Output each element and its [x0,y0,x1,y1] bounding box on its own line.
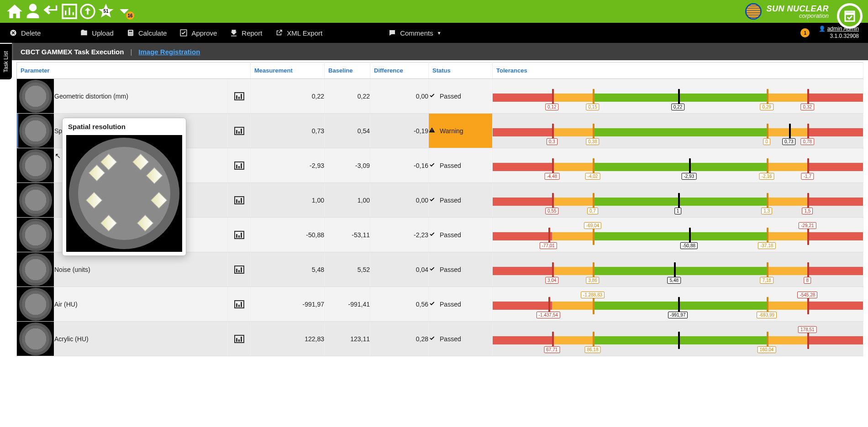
status-cell: Passed [429,79,493,114]
meas-cell: -50,88 [251,218,325,252]
chart-button[interactable] [228,114,251,148]
meas-cell: 1,00 [251,183,325,218]
delete-button[interactable]: Delete [9,29,41,37]
diff-cell: 0,00 [370,183,429,218]
xml-export-button[interactable]: XML Export [275,29,322,37]
row-thumbnail[interactable] [17,183,54,218]
version-label: 3.1.0.32908 [819,33,859,40]
base-cell: -53,11 [325,218,370,252]
task-list-tab[interactable]: Task List [0,44,12,79]
status-text: Passed [440,231,461,239]
meas-cell: 0,73 [251,114,325,148]
stats-icon[interactable] [60,2,79,21]
bar-chart-icon[interactable] [234,266,244,274]
bar-chart-icon[interactable] [234,127,244,135]
xml-label: XML Export [287,29,322,37]
row-thumbnail[interactable] [17,287,54,322]
approve-button[interactable]: Approve [179,29,217,37]
user-icon-small: 👤 [819,26,826,32]
row-thumbnail[interactable] [17,322,54,356]
comments-label: Comments [400,29,433,37]
table-row: Acrylic (HU)122,83123,110,28Passed67,718… [17,322,863,356]
tolerance-cell: -77,01-69,04-50,88-37,18-29,21 [493,218,863,252]
row-thumbnail[interactable] [17,252,54,287]
chevron-count-badge: 16 [126,11,134,20]
svg-point-5 [130,33,131,34]
base-cell: -991,41 [325,287,370,322]
tolerance-bar: -4,48-4,02-2,93-2,16-1,7 [493,155,863,177]
bar-chart-icon[interactable] [234,231,244,239]
approve-label: Approve [191,29,217,37]
svg-point-6 [132,33,132,34]
row-thumbnail[interactable] [17,79,54,114]
check-icon [429,300,435,308]
chart-button[interactable] [228,79,251,114]
expand-chevron-icon[interactable]: 16 [115,2,133,21]
bar-chart-icon[interactable] [234,196,244,204]
bar-chart-icon[interactable] [234,300,244,308]
table-row: Air (HU)-991,97-991,410,56Passed-1.437,5… [17,287,863,322]
col-parameter[interactable]: Parameter [17,62,251,79]
tolerance-cell: 3,043,865,487,188 [493,252,863,287]
svg-rect-12 [431,131,432,132]
diff-cell: -2,23 [370,218,429,252]
chart-button[interactable] [228,252,251,287]
upload-button[interactable]: Upload [80,29,114,37]
chart-button[interactable] [228,183,251,218]
base-cell: 123,11 [325,322,370,356]
title-bar: CBCT GAMMEX Task Execution | Image Regis… [12,43,868,60]
bar-chart-icon[interactable] [234,335,244,343]
status-cell: Passed [429,183,493,218]
col-baseline[interactable]: Baseline [325,62,370,79]
bar-chart-icon[interactable] [234,92,244,100]
status-cell: Warning [429,114,493,148]
calculate-label: Calculate [138,29,167,37]
favorites-star-icon[interactable]: 51 [97,2,115,21]
home-icon[interactable] [5,2,24,21]
status-text: Warning [440,127,463,135]
base-cell: 1,00 [325,183,370,218]
col-tolerances[interactable]: Tolerances [493,62,863,79]
base-cell: 0,22 [325,79,370,114]
col-status[interactable]: Status [429,62,493,79]
param-cell: Air (HU) [54,287,228,322]
status-text: Passed [440,162,461,169]
svg-point-8 [130,34,131,35]
action-bar: Delete Upload Calculate Approve Report X… [0,23,868,43]
notification-badge[interactable]: 1 [800,28,810,37]
comments-button[interactable]: Comments ▼ [388,29,441,37]
check-icon [429,92,435,100]
chart-button[interactable] [228,148,251,183]
tolerance-bar: 0,120,150,220,290,32 [493,85,863,107]
bar-chart-icon[interactable] [234,161,244,170]
check-icon [429,196,435,204]
back-arrow-icon[interactable] [42,2,60,21]
diff-cell: -0,19 [370,114,429,148]
report-button[interactable]: Report [230,29,262,37]
status-text: Passed [440,93,461,100]
calculate-button[interactable]: Calculate [126,29,167,37]
chart-button[interactable] [228,287,251,322]
svg-point-4 [129,33,130,34]
upload-circle-icon[interactable] [79,2,97,21]
thumbnail-popover: Spatial resolution [62,118,186,256]
row-thumbnail[interactable] [17,218,54,252]
user-icon[interactable] [24,2,42,21]
table-row: Noise (units)5,485,520,04Passed3,043,865… [17,252,863,287]
chart-button[interactable] [228,218,251,252]
approve-seal-icon[interactable] [837,3,863,29]
brand-line2: corporation [766,13,829,19]
caret-down-icon: ▼ [437,31,442,36]
row-thumbnail[interactable] [17,114,54,148]
col-difference[interactable]: Difference [370,62,429,79]
check-icon [429,335,435,343]
col-measurement[interactable]: Measurement [251,62,325,79]
meas-cell: -991,97 [251,287,325,322]
upload-label: Upload [92,29,114,37]
row-thumbnail[interactable] [17,148,54,183]
param-cell: Geometric distortion (mm) [54,79,228,114]
chart-button[interactable] [228,322,251,356]
image-registration-link[interactable]: Image Registration [138,48,200,56]
status-cell: Passed [429,287,493,322]
param-cell: Noise (units) [54,252,228,287]
